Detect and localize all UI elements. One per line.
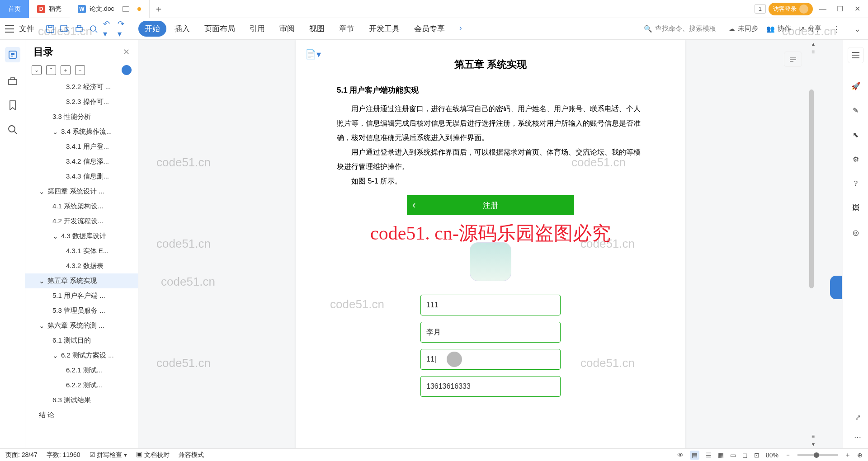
fullscreen-view-icon[interactable]: ◻: [742, 452, 748, 459]
scroll-down-icon[interactable]: ▾: [812, 441, 815, 447]
toc-item[interactable]: 3.4.3 信息删...: [25, 169, 138, 184]
toc-item[interactable]: 6.2.2 测试...: [25, 378, 138, 393]
toc-item[interactable]: 3.4.1 用户登...: [25, 139, 138, 154]
toc-item-label: 第四章 系统设计 ...: [47, 187, 104, 196]
ribbon-more[interactable]: ›: [453, 21, 468, 37]
pen-icon[interactable]: ✎: [849, 104, 862, 117]
ribbon-tab-start[interactable]: 开始: [138, 21, 166, 37]
scrollbar-thumb[interactable]: [809, 89, 814, 288]
scroll-up-icon[interactable]: ▴: [812, 41, 815, 47]
window-count[interactable]: 1: [755, 4, 766, 14]
toc-item[interactable]: 6.1 测试目的: [25, 333, 138, 348]
toc-item[interactable]: ⌄6.2 测试方案设 ...: [25, 348, 138, 363]
vertical-scrollbar[interactable]: ▴ ≡ ≡ ▾: [807, 40, 816, 448]
toc-item[interactable]: 3.4.2 信息添...: [25, 154, 138, 169]
web-view-icon[interactable]: ▦: [718, 452, 724, 459]
toc-item[interactable]: 5.1 用户客户端 ...: [25, 288, 138, 303]
toc-item[interactable]: 3.2.3 操作可...: [25, 94, 138, 109]
ribbon-tab-insert[interactable]: 插入: [168, 21, 196, 37]
toc-item[interactable]: 5.3 管理员服务 ...: [25, 303, 138, 318]
more-dots-icon[interactable]: ⋯: [852, 431, 863, 443]
toc-item[interactable]: 结 论: [25, 408, 138, 423]
toc-item[interactable]: ⌄第五章 系统实现: [25, 273, 138, 288]
ai-panel-toggle[interactable]: [784, 52, 802, 67]
undo-icon[interactable]: ↶ ▾: [103, 24, 113, 34]
zoom-extent-icon[interactable]: ⊕: [857, 452, 863, 459]
zoom-slider[interactable]: [797, 454, 838, 456]
page-options-icon[interactable]: 📄▾: [305, 49, 321, 60]
toc-remove-icon[interactable]: －: [75, 65, 85, 75]
toc-item[interactable]: ⌄第四章 系统设计 ...: [25, 184, 138, 199]
read-view-icon[interactable]: ▭: [730, 452, 736, 459]
toc-collapse-icon[interactable]: ⌄: [32, 65, 42, 75]
scroll-marker-icon[interactable]: ≡: [811, 433, 815, 439]
hamburger-icon[interactable]: [5, 24, 14, 34]
close-button[interactable]: ✕: [850, 2, 864, 16]
image-tools-icon[interactable]: 🖼: [849, 202, 862, 214]
toc-sync-icon[interactable]: [122, 65, 132, 75]
zoom-label[interactable]: 80%: [766, 452, 778, 459]
new-tab-button[interactable]: ＋: [150, 3, 168, 15]
sync-status[interactable]: ☁未同步: [728, 24, 758, 33]
toolbox-icon[interactable]: [7, 75, 19, 87]
redo-icon[interactable]: ↷ ▾: [118, 24, 127, 34]
ribbon-tab-devtools[interactable]: 开发工具: [363, 21, 406, 37]
zoom-in-icon[interactable]: ＋: [844, 451, 851, 459]
maximize-button[interactable]: ☐: [833, 2, 847, 16]
search-panel-icon[interactable]: [7, 124, 19, 136]
tab-home[interactable]: 首页: [0, 0, 29, 18]
toc-title: 目录: [33, 45, 53, 59]
collapse-ribbon-icon[interactable]: ⌄: [851, 24, 863, 34]
right-menu-icon[interactable]: [848, 47, 864, 63]
fit-icon[interactable]: ⊡: [754, 452, 760, 459]
tab-docker[interactable]: D稻壳: [29, 0, 70, 18]
word-count[interactable]: 字数: 11960: [47, 451, 80, 459]
scroll-marker-icon[interactable]: ≡: [811, 49, 815, 55]
toc-item[interactable]: ⌄4.3 数据库设计: [25, 229, 138, 244]
toc-item[interactable]: 6.2.1 测试...: [25, 363, 138, 378]
ribbon-tab-chapter[interactable]: 章节: [333, 21, 361, 37]
outline-view-icon[interactable]: ☰: [706, 452, 712, 459]
toc-item[interactable]: ⌄第六章 系统的测 ...: [25, 318, 138, 333]
login-button[interactable]: 访客登录: [769, 3, 813, 15]
settings-slider-icon[interactable]: ⚙: [849, 153, 862, 165]
file-menu[interactable]: 文件: [19, 24, 34, 34]
ribbon-tab-review[interactable]: 审阅: [273, 21, 301, 37]
page-indicator[interactable]: 页面: 28/47: [5, 451, 38, 459]
toc-close-button[interactable]: ✕: [123, 47, 130, 57]
zoom-out-icon[interactable]: －: [785, 451, 791, 459]
ribbon-tab-reference[interactable]: 引用: [243, 21, 271, 37]
toc-item[interactable]: 4.1 系统架构设...: [25, 199, 138, 214]
proofread-button[interactable]: ▣ 文档校对: [136, 451, 170, 459]
minimize-button[interactable]: —: [816, 2, 830, 16]
bookmark-icon[interactable]: [7, 99, 19, 111]
expand-icon[interactable]: ⤢: [852, 411, 863, 423]
toc-item[interactable]: ⌄3.4 系统操作流...: [25, 124, 138, 139]
toc-add-icon[interactable]: ＋: [61, 65, 71, 75]
cursor-icon[interactable]: ⬉: [849, 128, 862, 141]
toc-item[interactable]: 4.3.1 实体 E...: [25, 244, 138, 259]
ribbon-tab-member[interactable]: 会员专享: [408, 21, 451, 37]
ribbon-tab-view[interactable]: 视图: [303, 21, 331, 37]
spellcheck-toggle[interactable]: ☑ 拼写检查 ▾: [90, 451, 127, 459]
toc-item[interactable]: 4.3.2 数据表: [25, 259, 138, 273]
chevron-down-icon: ⌄: [52, 232, 58, 240]
location-icon[interactable]: ◎: [849, 226, 862, 239]
tab-document[interactable]: W论文.doc: [70, 0, 150, 18]
side-fab[interactable]: [830, 276, 842, 299]
eye-mode-icon[interactable]: 👁: [677, 452, 684, 459]
help-icon[interactable]: ？: [849, 177, 862, 190]
toc-item[interactable]: 4.2 开发流程设...: [25, 214, 138, 229]
toc-panel: 目录 ✕ ⌄ ⌃ ＋ － 3.2.2 经济可 ...3.2.3 操作可...3.…: [25, 40, 138, 448]
toc-item[interactable]: 3.2.2 经济可 ...: [25, 80, 138, 94]
toc-expand-icon[interactable]: ⌃: [46, 65, 56, 75]
ribbon-tab-layout[interactable]: 页面布局: [198, 21, 241, 37]
command-search[interactable]: 🔍查找命令、搜索模板: [640, 22, 720, 35]
rocket-icon[interactable]: 🚀: [849, 80, 862, 92]
toc-item[interactable]: 3.3 性能分析: [25, 109, 138, 124]
toc-item[interactable]: 6.3 测试结果: [25, 393, 138, 408]
unsaved-dot-icon: [137, 7, 141, 11]
outline-icon[interactable]: [5, 47, 20, 62]
page-view-icon[interactable]: ▤: [690, 451, 699, 460]
cloud-icon: ☁: [728, 25, 735, 33]
